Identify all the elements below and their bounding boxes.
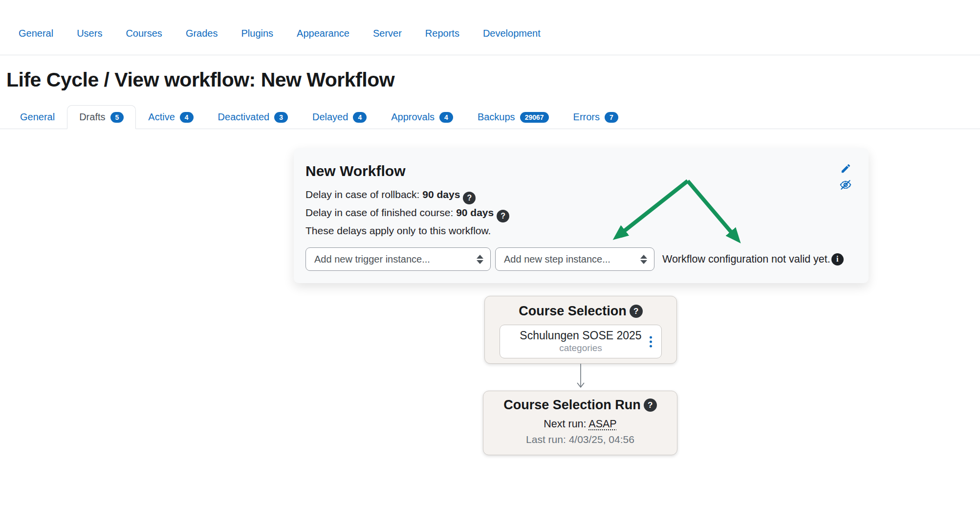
page-root: General Users Courses Grades Plugins App… — [0, 0, 980, 509]
help-icon[interactable]: ? — [644, 398, 657, 412]
nav-item-users[interactable]: Users — [77, 28, 102, 39]
tab-label: General — [20, 111, 55, 123]
tab-label: Backups — [478, 111, 515, 123]
add-trigger-select[interactable]: Add new trigger instance... — [305, 247, 491, 271]
workflow-card: New Workflow Delay in case of rollback: … — [294, 148, 869, 283]
tab-label: Drafts — [79, 111, 105, 123]
finished-delay-value: 90 days — [456, 207, 494, 218]
course-selection-run-node: Course Selection Run ? Next run: ASAP La… — [483, 391, 677, 455]
tab-approvals[interactable]: Approvals 4 — [379, 105, 465, 129]
tab-count-badge: 3 — [274, 112, 288, 123]
tab-delayed[interactable]: Delayed 4 — [300, 105, 379, 129]
rollback-delay-value: 90 days — [422, 189, 460, 200]
finished-delay-line: Delay in case of finished course: 90 day… — [305, 204, 857, 222]
nav-item-appearance[interactable]: Appearance — [297, 28, 349, 39]
tab-count-badge: 4 — [439, 112, 453, 123]
workflow-title: New Workflow — [305, 163, 857, 179]
course-selection-title-text: Course Selection — [519, 304, 627, 319]
tab-general[interactable]: General — [8, 105, 67, 129]
tab-count-badge: 29067 — [520, 112, 549, 123]
nav-item-server[interactable]: Server — [373, 28, 402, 39]
course-selection-title: Course Selection ? — [519, 304, 643, 319]
tab-label: Delayed — [312, 111, 348, 123]
tab-label: Active — [148, 111, 174, 123]
nav-item-grades[interactable]: Grades — [186, 28, 218, 39]
info-icon[interactable]: i — [831, 253, 844, 266]
workflow-controls: Add new trigger instance... Add new step… — [305, 247, 857, 271]
tab-label: Deactivated — [218, 111, 270, 123]
tab-drafts[interactable]: Drafts 5 — [67, 105, 136, 129]
finished-delay-label: Delay in case of finished course: — [305, 207, 453, 218]
rollback-delay-line: Delay in case of rollback: 90 days? — [305, 186, 857, 204]
tab-deactivated[interactable]: Deactivated 3 — [206, 105, 300, 129]
node-connector-arrow — [575, 364, 586, 391]
course-selection-node: Course Selection ? Schulungen SOSE 2025 … — [484, 296, 677, 364]
eye-slash-icon[interactable] — [839, 178, 852, 191]
page-title: Life Cycle / View workflow: New Workflow — [6, 68, 394, 91]
tab-bar: General Drafts 5 Active 4 Deactivated 3 … — [0, 105, 980, 129]
last-run-line: Last run: 4/03/25, 04:56 — [483, 434, 677, 445]
add-step-select[interactable]: Add new step instance... — [495, 247, 654, 271]
workflow-card-actions — [839, 163, 852, 191]
invalid-config-text: Workflow configuration not valid yet. — [662, 253, 830, 266]
trigger-instance-type: categories — [500, 343, 661, 354]
course-selection-run-title: Course Selection Run ? — [503, 398, 657, 413]
select-updown-icon — [640, 255, 647, 264]
help-icon[interactable]: ? — [630, 305, 643, 318]
invalid-config-message: Workflow configuration not valid yet. i — [662, 253, 844, 266]
add-step-select-value: Add new step instance... — [504, 254, 610, 265]
select-updown-icon — [477, 255, 483, 264]
help-icon[interactable]: ? — [497, 210, 509, 222]
next-run-label: Next run: — [544, 418, 586, 430]
tab-count-badge: 4 — [353, 112, 367, 123]
nav-item-courses[interactable]: Courses — [126, 28, 162, 39]
rollback-delay-label: Delay in case of rollback: — [305, 189, 419, 200]
tab-label: Approvals — [391, 111, 435, 123]
next-run-line: Next run: ASAP — [483, 418, 677, 430]
nav-item-plugins[interactable]: Plugins — [241, 28, 273, 39]
next-run-value[interactable]: ASAP — [588, 418, 616, 430]
nav-item-reports[interactable]: Reports — [425, 28, 459, 39]
tab-label: Errors — [573, 111, 600, 123]
tab-active[interactable]: Active 4 — [136, 105, 205, 129]
delay-note: These delays apply only to this workflow… — [305, 222, 857, 239]
kebab-menu-icon[interactable] — [648, 334, 653, 349]
help-icon[interactable]: ? — [463, 192, 476, 204]
course-selection-run-title-text: Course Selection Run — [503, 398, 641, 413]
edit-workflow-icon[interactable] — [840, 163, 851, 174]
trigger-instance-card[interactable]: Schulungen SOSE 2025 categories — [500, 325, 662, 358]
add-trigger-select-value: Add new trigger instance... — [314, 254, 430, 265]
tab-backups[interactable]: Backups 29067 — [465, 105, 561, 129]
trigger-instance-name: Schulungen SOSE 2025 — [500, 329, 661, 342]
tab-errors[interactable]: Errors 7 — [561, 105, 631, 129]
nav-item-development[interactable]: Development — [483, 28, 541, 39]
tab-count-badge: 7 — [605, 112, 618, 123]
tab-count-badge: 5 — [110, 112, 124, 123]
tab-count-badge: 4 — [180, 112, 194, 123]
top-nav: General Users Courses Grades Plugins App… — [0, 0, 980, 55]
nav-item-general[interactable]: General — [19, 28, 53, 39]
